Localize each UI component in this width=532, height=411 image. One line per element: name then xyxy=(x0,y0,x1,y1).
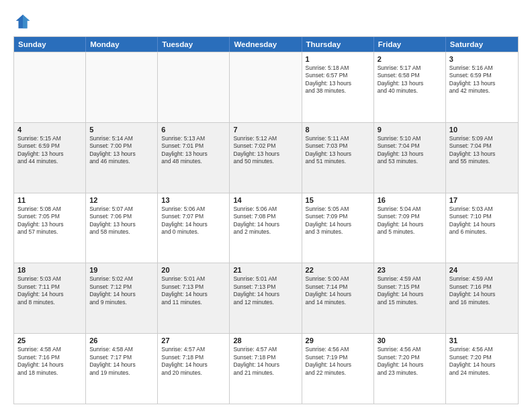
calendar-header: SundayMondayTuesdayWednesdayThursdayFrid… xyxy=(14,37,518,52)
day-info: Sunrise: 4:59 AM Sunset: 7:16 PM Dayligh… xyxy=(449,275,515,306)
logo xyxy=(13,12,35,31)
day-cell-23: 23Sunrise: 4:59 AM Sunset: 7:15 PM Dayli… xyxy=(374,263,446,333)
day-info: Sunrise: 5:06 AM Sunset: 7:07 PM Dayligh… xyxy=(161,205,226,236)
calendar-row-3: 11Sunrise: 5:08 AM Sunset: 7:05 PM Dayli… xyxy=(14,193,518,263)
logo-icon xyxy=(13,12,32,31)
empty-cell xyxy=(14,52,86,122)
svg-marker-1 xyxy=(23,15,30,29)
day-number: 25 xyxy=(17,336,82,345)
day-cell-9: 9Sunrise: 5:10 AM Sunset: 7:04 PM Daylig… xyxy=(374,123,446,193)
day-number: 18 xyxy=(17,266,82,274)
day-number: 12 xyxy=(89,196,154,204)
day-number: 2 xyxy=(378,55,442,63)
day-cell-15: 15Sunrise: 5:05 AM Sunset: 7:09 PM Dayli… xyxy=(302,193,374,263)
day-info: Sunrise: 5:08 AM Sunset: 7:05 PM Dayligh… xyxy=(17,205,82,236)
day-cell-29: 29Sunrise: 4:56 AM Sunset: 7:19 PM Dayli… xyxy=(302,334,374,404)
page: SundayMondayTuesdayWednesdayThursdayFrid… xyxy=(0,0,532,411)
day-header-saturday: Saturday xyxy=(446,37,518,52)
day-info: Sunrise: 5:15 AM Sunset: 6:59 PM Dayligh… xyxy=(17,135,82,166)
day-cell-22: 22Sunrise: 5:00 AM Sunset: 7:14 PM Dayli… xyxy=(302,263,374,333)
empty-cell xyxy=(86,52,158,122)
day-number: 21 xyxy=(233,266,298,274)
day-info: Sunrise: 5:04 AM Sunset: 7:09 PM Dayligh… xyxy=(378,205,442,236)
calendar-row-1: 1Sunrise: 5:18 AM Sunset: 6:57 PM Daylig… xyxy=(14,52,518,122)
day-number: 5 xyxy=(89,126,154,134)
day-info: Sunrise: 5:11 AM Sunset: 7:03 PM Dayligh… xyxy=(306,135,370,166)
day-cell-21: 21Sunrise: 5:01 AM Sunset: 7:13 PM Dayli… xyxy=(230,263,302,333)
day-info: Sunrise: 4:58 AM Sunset: 7:17 PM Dayligh… xyxy=(89,346,154,377)
day-cell-8: 8Sunrise: 5:11 AM Sunset: 7:03 PM Daylig… xyxy=(302,123,374,193)
empty-cell xyxy=(158,52,230,122)
day-number: 20 xyxy=(161,266,226,274)
day-cell-31: 31Sunrise: 4:56 AM Sunset: 7:20 PM Dayli… xyxy=(446,334,518,404)
day-info: Sunrise: 5:10 AM Sunset: 7:04 PM Dayligh… xyxy=(378,135,442,166)
day-cell-14: 14Sunrise: 5:06 AM Sunset: 7:08 PM Dayli… xyxy=(230,193,302,263)
day-info: Sunrise: 5:12 AM Sunset: 7:02 PM Dayligh… xyxy=(233,135,298,166)
day-number: 11 xyxy=(17,196,82,204)
calendar-row-4: 18Sunrise: 5:03 AM Sunset: 7:11 PM Dayli… xyxy=(14,263,518,333)
day-number: 17 xyxy=(449,196,515,204)
day-number: 30 xyxy=(378,336,442,345)
day-header-wednesday: Wednesday xyxy=(230,37,302,52)
day-info: Sunrise: 5:02 AM Sunset: 7:12 PM Dayligh… xyxy=(89,275,154,306)
day-info: Sunrise: 5:07 AM Sunset: 7:06 PM Dayligh… xyxy=(89,205,154,236)
day-header-thursday: Thursday xyxy=(302,37,374,52)
day-cell-20: 20Sunrise: 5:01 AM Sunset: 7:13 PM Dayli… xyxy=(158,263,230,333)
day-info: Sunrise: 5:18 AM Sunset: 6:57 PM Dayligh… xyxy=(306,64,370,95)
day-number: 19 xyxy=(89,266,154,274)
day-number: 24 xyxy=(449,266,515,274)
day-header-tuesday: Tuesday xyxy=(158,37,230,52)
day-number: 16 xyxy=(378,196,442,204)
calendar-row-5: 25Sunrise: 4:58 AM Sunset: 7:16 PM Dayli… xyxy=(14,333,518,404)
day-info: Sunrise: 4:56 AM Sunset: 7:20 PM Dayligh… xyxy=(378,346,442,377)
day-info: Sunrise: 5:00 AM Sunset: 7:14 PM Dayligh… xyxy=(306,275,370,306)
day-info: Sunrise: 5:17 AM Sunset: 6:58 PM Dayligh… xyxy=(378,64,442,95)
day-number: 8 xyxy=(306,126,370,134)
day-info: Sunrise: 5:01 AM Sunset: 7:13 PM Dayligh… xyxy=(233,275,298,306)
day-number: 14 xyxy=(233,196,298,204)
day-cell-16: 16Sunrise: 5:04 AM Sunset: 7:09 PM Dayli… xyxy=(374,193,446,263)
day-cell-7: 7Sunrise: 5:12 AM Sunset: 7:02 PM Daylig… xyxy=(230,123,302,193)
day-cell-13: 13Sunrise: 5:06 AM Sunset: 7:07 PM Dayli… xyxy=(158,193,230,263)
day-cell-27: 27Sunrise: 4:57 AM Sunset: 7:18 PM Dayli… xyxy=(158,334,230,404)
day-cell-18: 18Sunrise: 5:03 AM Sunset: 7:11 PM Dayli… xyxy=(14,263,86,333)
day-number: 10 xyxy=(449,126,515,134)
calendar-row-2: 4Sunrise: 5:15 AM Sunset: 6:59 PM Daylig… xyxy=(14,122,518,193)
day-number: 29 xyxy=(306,336,370,345)
calendar: SundayMondayTuesdayWednesdayThursdayFrid… xyxy=(13,36,519,404)
empty-cell xyxy=(230,52,302,122)
day-header-monday: Monday xyxy=(86,37,158,52)
day-info: Sunrise: 4:59 AM Sunset: 7:15 PM Dayligh… xyxy=(378,275,442,306)
day-info: Sunrise: 5:09 AM Sunset: 7:04 PM Dayligh… xyxy=(449,135,515,166)
day-number: 15 xyxy=(306,196,370,204)
day-info: Sunrise: 4:57 AM Sunset: 7:18 PM Dayligh… xyxy=(161,346,226,377)
day-number: 1 xyxy=(306,55,370,63)
day-cell-12: 12Sunrise: 5:07 AM Sunset: 7:06 PM Dayli… xyxy=(86,193,158,263)
day-header-sunday: Sunday xyxy=(14,37,86,52)
header xyxy=(13,12,519,31)
day-number: 23 xyxy=(378,266,442,274)
day-info: Sunrise: 4:57 AM Sunset: 7:18 PM Dayligh… xyxy=(233,346,298,377)
day-info: Sunrise: 4:58 AM Sunset: 7:16 PM Dayligh… xyxy=(17,346,82,377)
day-info: Sunrise: 5:01 AM Sunset: 7:13 PM Dayligh… xyxy=(161,275,226,306)
day-number: 13 xyxy=(161,196,226,204)
day-cell-30: 30Sunrise: 4:56 AM Sunset: 7:20 PM Dayli… xyxy=(374,334,446,404)
day-cell-6: 6Sunrise: 5:13 AM Sunset: 7:01 PM Daylig… xyxy=(158,123,230,193)
day-header-friday: Friday xyxy=(374,37,446,52)
day-cell-2: 2Sunrise: 5:17 AM Sunset: 6:58 PM Daylig… xyxy=(374,52,446,122)
day-cell-17: 17Sunrise: 5:03 AM Sunset: 7:10 PM Dayli… xyxy=(446,193,518,263)
day-info: Sunrise: 5:16 AM Sunset: 6:59 PM Dayligh… xyxy=(449,64,515,95)
day-number: 6 xyxy=(161,126,226,134)
day-info: Sunrise: 5:13 AM Sunset: 7:01 PM Dayligh… xyxy=(161,135,226,166)
day-info: Sunrise: 5:14 AM Sunset: 7:00 PM Dayligh… xyxy=(89,135,154,166)
day-cell-4: 4Sunrise: 5:15 AM Sunset: 6:59 PM Daylig… xyxy=(14,123,86,193)
day-cell-11: 11Sunrise: 5:08 AM Sunset: 7:05 PM Dayli… xyxy=(14,193,86,263)
day-cell-3: 3Sunrise: 5:16 AM Sunset: 6:59 PM Daylig… xyxy=(446,52,518,122)
day-number: 3 xyxy=(449,55,515,63)
day-info: Sunrise: 5:05 AM Sunset: 7:09 PM Dayligh… xyxy=(306,205,370,236)
day-info: Sunrise: 5:03 AM Sunset: 7:10 PM Dayligh… xyxy=(449,205,515,236)
day-cell-10: 10Sunrise: 5:09 AM Sunset: 7:04 PM Dayli… xyxy=(446,123,518,193)
day-cell-24: 24Sunrise: 4:59 AM Sunset: 7:16 PM Dayli… xyxy=(446,263,518,333)
day-number: 9 xyxy=(378,126,442,134)
day-number: 7 xyxy=(233,126,298,134)
